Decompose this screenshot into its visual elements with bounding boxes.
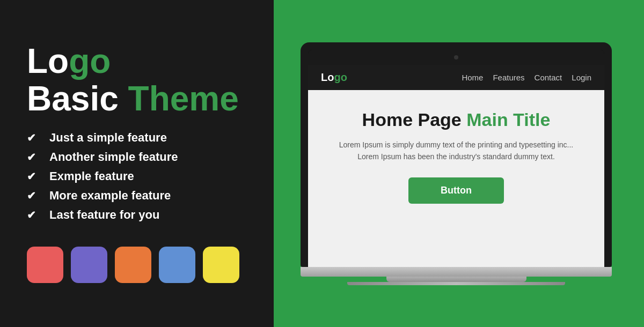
laptop-screen: Logo Home Features Contact Login Home Pa… <box>308 50 604 267</box>
basic-label: Basic <box>27 79 128 118</box>
browser-logo: Logo <box>321 71 347 84</box>
nav-contact[interactable]: Contact <box>535 73 562 82</box>
page-cta-button[interactable]: Button <box>408 177 504 204</box>
right-panel: Logo Home Features Contact Login Home Pa… <box>274 0 644 327</box>
browser-navbar: Logo Home Features Contact Login <box>308 65 604 90</box>
theme-label: Theme <box>128 79 239 118</box>
logo-text-go: go <box>69 42 111 80</box>
left-panel: Logo Basic Theme ✔ Just a simple feature… <box>0 0 274 327</box>
feature-item-5: ✔ Last feature for you <box>27 208 247 222</box>
laptop-base <box>301 267 612 277</box>
browser-nav-links: Home Features Contact Login <box>462 73 591 82</box>
check-icon-5: ✔ <box>27 209 42 221</box>
laptop-stand <box>386 277 526 282</box>
color-swatches <box>27 247 247 283</box>
laptop-camera <box>454 55 458 60</box>
feature-text-4: More example feature <box>49 189 171 203</box>
laptop-outer: Logo Home Features Contact Login Home Pa… <box>301 42 612 267</box>
feature-text-1: Just a simple feature <box>49 131 167 145</box>
check-icon-4: ✔ <box>27 189 42 202</box>
theme-heading: Basic Theme <box>27 81 247 116</box>
nav-home[interactable]: Home <box>462 73 483 82</box>
nav-features[interactable]: Features <box>493 73 524 82</box>
feature-item-4: ✔ More example feature <box>27 189 247 203</box>
feature-item-1: ✔ Just a simple feature <box>27 131 247 145</box>
nav-login[interactable]: Login <box>572 73 591 82</box>
orange-swatch[interactable] <box>115 247 151 283</box>
check-icon-3: ✔ <box>27 170 42 183</box>
red-swatch[interactable] <box>27 247 63 283</box>
laptop-mockup: Logo Home Features Contact Login Home Pa… <box>301 42 612 285</box>
laptop-notch <box>308 50 604 65</box>
feature-item-3: ✔ Exmple feature <box>27 169 247 183</box>
page-description: Lorem Ipsum is simply dummy text of the … <box>330 139 583 163</box>
blue-swatch[interactable] <box>159 247 195 283</box>
feature-text-2: Another simple feature <box>49 150 178 164</box>
feature-text-3: Exmple feature <box>49 169 134 183</box>
browser-logo-go: go <box>334 71 347 83</box>
logo-heading: Logo <box>27 44 247 78</box>
page-title-black: Home Page <box>362 109 467 130</box>
browser-content: Home Page Main Title Lorem Ipsum is simp… <box>308 90 604 267</box>
check-icon-1: ✔ <box>27 131 42 144</box>
check-icon-2: ✔ <box>27 151 42 164</box>
laptop-foot <box>347 282 565 285</box>
page-title-green: Main Title <box>466 109 550 130</box>
logo-text-lo: Lo <box>27 42 69 80</box>
browser-logo-lo: Lo <box>321 71 334 83</box>
features-list: ✔ Just a simple feature ✔ Another simple… <box>27 131 247 227</box>
purple-swatch[interactable] <box>71 247 107 283</box>
feature-item-2: ✔ Another simple feature <box>27 150 247 164</box>
yellow-swatch[interactable] <box>203 247 239 283</box>
feature-text-5: Last feature for you <box>49 208 159 222</box>
page-main-title: Home Page Main Title <box>330 109 583 130</box>
